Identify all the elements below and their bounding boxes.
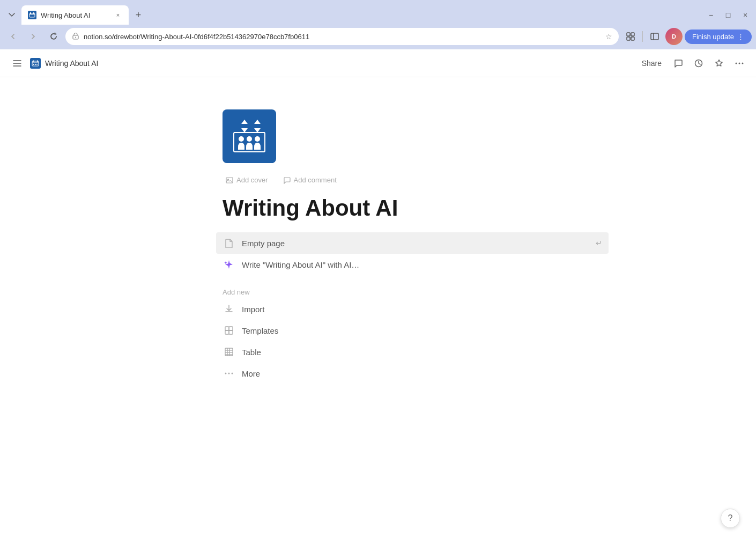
table-icon — [223, 345, 235, 358]
ai-sparkle-icon — [223, 258, 235, 271]
svg-point-23 — [736, 62, 737, 64]
svg-rect-0 — [29, 13, 35, 17]
finish-update-button[interactable]: Finish update ⋮ — [685, 30, 752, 44]
svg-rect-2 — [30, 12, 31, 14]
notion-page-title: Writing About AI — [45, 59, 98, 68]
sidebar-menu-button[interactable] — [9, 55, 26, 72]
svg-point-25 — [742, 62, 744, 64]
svg-rect-7 — [631, 33, 634, 36]
empty-page-icon — [223, 237, 235, 249]
add-cover-button[interactable]: Add cover — [223, 174, 271, 186]
svg-rect-35 — [225, 330, 229, 334]
forward-button[interactable] — [25, 28, 42, 45]
page-icon-small — [30, 58, 41, 69]
browser-chrome: Writing About AI × + − □ × — [0, 0, 756, 49]
import-item[interactable]: Import — [216, 298, 609, 320]
maximize-button[interactable]: □ — [722, 9, 735, 21]
svg-rect-33 — [225, 327, 229, 330]
svg-rect-3 — [33, 12, 34, 14]
svg-point-5 — [75, 36, 76, 38]
templates-item[interactable]: Templates — [216, 320, 609, 341]
svg-point-44 — [228, 373, 230, 374]
table-item[interactable]: Table — [216, 341, 609, 363]
finish-update-label: Finish update — [692, 33, 734, 41]
tab-close-button[interactable]: × — [114, 11, 122, 19]
tab-title: Writing About AI — [41, 11, 109, 19]
more-item[interactable]: More — [216, 363, 609, 384]
url-text: notion.so/drewbot/Writing-About-AI-0fd6f… — [84, 33, 601, 41]
svg-rect-15 — [32, 61, 39, 66]
table-label: Table — [242, 348, 261, 357]
minimize-button[interactable]: − — [705, 9, 717, 21]
notion-toolbar: Writing About AI Share — [0, 49, 756, 77]
address-bar[interactable]: notion.so/drewbot/Writing-About-AI-0fd6f… — [65, 28, 619, 45]
add-new-label: Add new — [223, 288, 619, 296]
svg-rect-6 — [627, 33, 630, 36]
bookmark-icon[interactable]: ☆ — [605, 32, 612, 41]
help-button[interactable]: ? — [721, 509, 740, 528]
svg-rect-34 — [229, 327, 233, 330]
history-button[interactable] — [691, 55, 707, 71]
svg-rect-9 — [631, 37, 634, 40]
svg-rect-20 — [33, 60, 34, 62]
svg-rect-10 — [651, 33, 658, 40]
svg-rect-36 — [229, 330, 233, 334]
empty-page-item[interactable]: Empty page ↵ — [216, 232, 609, 254]
more-label: More — [242, 369, 260, 378]
toolbar-actions: Share — [638, 55, 747, 71]
more-options-button[interactable] — [731, 55, 747, 71]
import-icon — [223, 303, 235, 315]
comments-button[interactable] — [670, 55, 686, 71]
svg-point-28 — [255, 136, 260, 142]
templates-icon — [223, 324, 235, 337]
ai-write-label: Write "Writing About AI" with AI… — [242, 260, 359, 269]
new-tab-button[interactable]: + — [131, 8, 146, 23]
svg-rect-21 — [37, 60, 38, 62]
notion-app: Writing About AI Share — [0, 49, 756, 542]
back-button[interactable] — [4, 28, 21, 45]
tab-favicon — [28, 11, 36, 19]
svg-point-26 — [239, 136, 244, 142]
empty-page-label: Empty page — [242, 239, 285, 248]
close-button[interactable]: × — [739, 9, 752, 21]
security-icon — [72, 32, 79, 41]
tab-bar: Writing About AI × + − □ × — [0, 0, 756, 26]
active-tab[interactable]: Writing About AI × — [21, 5, 129, 25]
finish-update-icon: ⋮ — [737, 33, 744, 41]
svg-rect-8 — [627, 37, 630, 40]
reload-button[interactable] — [45, 28, 62, 45]
ai-write-item[interactable]: Write "Writing About AI" with AI… — [216, 254, 609, 275]
svg-point-19 — [36, 64, 38, 65]
import-label: Import — [242, 305, 265, 314]
page-title-area: Writing About AI — [30, 58, 633, 69]
extensions-button[interactable] — [622, 28, 639, 45]
add-comment-button[interactable]: Add comment — [280, 174, 340, 186]
templates-label: Templates — [242, 326, 278, 335]
profile-avatar[interactable]: D — [665, 28, 683, 45]
svg-point-45 — [232, 373, 233, 374]
page-title: Writing About AI — [223, 195, 619, 222]
svg-point-43 — [225, 373, 227, 374]
browser-actions: D Finish update ⋮ — [622, 28, 752, 45]
sidebar-toggle-button[interactable] — [646, 28, 663, 45]
return-icon: ↵ — [596, 239, 602, 247]
share-button[interactable]: Share — [638, 57, 666, 70]
page-icon-large[interactable] — [223, 109, 276, 163]
tab-list-button[interactable] — [4, 8, 19, 23]
notion-content: Add cover Add comment Writing About AI E… — [137, 77, 619, 406]
more-icon — [223, 367, 235, 380]
favorite-button[interactable] — [711, 55, 727, 71]
svg-point-27 — [247, 136, 252, 142]
page-meta-actions: Add cover Add comment — [223, 174, 619, 186]
address-bar-row: notion.so/drewbot/Writing-About-AI-0fd6f… — [0, 26, 756, 49]
svg-point-24 — [739, 62, 740, 64]
svg-point-32 — [227, 179, 229, 180]
svg-point-18 — [35, 64, 36, 65]
